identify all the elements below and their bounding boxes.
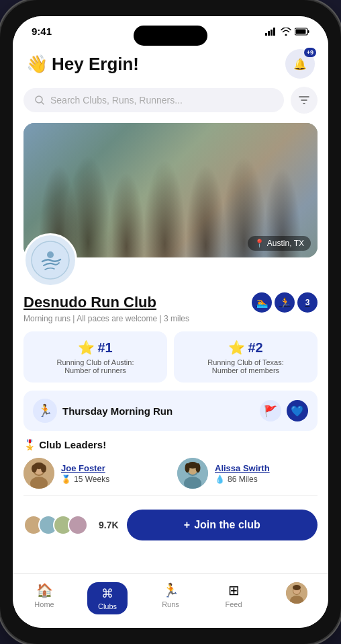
greeting: 👋 Hey Ergin!: [26, 54, 139, 75]
search-bar[interactable]: Search Clubs, Runs, Runners...: [23, 88, 284, 112]
leader-info-2: Alissa Swirth 💧 86 Miles: [215, 463, 270, 484]
flag-button[interactable]: 🚩: [260, 400, 281, 421]
header-section: 👋 Hey Ergin! 🔔 +9: [13, 42, 328, 87]
leader-stat-icon-1: 🏅: [61, 475, 71, 484]
notification-button[interactable]: 🔔 +9: [285, 49, 315, 79]
tab-home[interactable]: 🏠 Home: [13, 579, 76, 617]
phone-frame: 9:41: [0, 0, 341, 644]
filter-button[interactable]: [291, 87, 318, 114]
notification-icon: 🔔: [293, 58, 307, 71]
leader-info-1: Joe Foster 🏅 15 Weeks: [61, 463, 109, 484]
badge-rank-text-1: #1: [97, 340, 112, 356]
club-avatar-row: [23, 233, 318, 287]
tab-profile[interactable]: [265, 579, 328, 617]
home-icon: 🏠: [36, 582, 53, 598]
profile-icon: [286, 582, 307, 604]
tab-feed-label: Feed: [225, 600, 242, 608]
leaders-row: Joe Foster 🏅 15 Weeks: [23, 458, 318, 489]
club-avatar: [23, 233, 77, 287]
tab-clubs-label: Clubs: [98, 602, 117, 610]
badge-star-1: ⭐: [78, 339, 95, 356]
divider: [23, 495, 318, 496]
heart-icon: 💙: [291, 405, 304, 417]
greeting-text: Hey Ergin!: [52, 54, 139, 75]
badge-rank-text-2: #2: [248, 340, 262, 356]
heart-button[interactable]: 💙: [287, 400, 308, 421]
member-icon-swim: 🏊: [252, 292, 272, 313]
profile-avatar: [286, 582, 307, 604]
member-count-text: 9.7K: [99, 520, 119, 530]
leaders-title: 🎖️ Club Leaders!: [23, 439, 318, 451]
tab-clubs[interactable]: ⌘ Clubs: [76, 579, 139, 617]
tab-feed[interactable]: ⊞ Feed: [202, 579, 265, 617]
svg-rect-1: [268, 31, 270, 36]
feed-icon: ⊞: [228, 582, 240, 598]
svg-rect-6: [296, 29, 306, 34]
flag-icon: 🚩: [264, 405, 277, 417]
leader-stat-text-2: 86 Miles: [228, 475, 258, 484]
club-info: Desnudo Run Club 🏊 🏃 3 Morning runs | Al…: [13, 287, 328, 323]
scroll-content[interactable]: 👋 Hey Ergin! 🔔 +9 Search Clubs, Runs, Ru…: [13, 42, 328, 573]
club-name-text: Desnudo Run Club: [23, 294, 156, 311]
svg-point-27: [196, 463, 201, 473]
badges-row: ⭐ #1 Running Club of Austin:Number of ru…: [13, 323, 328, 391]
search-icon: [34, 95, 45, 106]
badge-rank-2: ⭐ #2: [228, 339, 262, 356]
notification-badge: +9: [304, 48, 316, 57]
tab-home-label: Home: [34, 600, 54, 608]
leader-stat-2: 💧 86 Miles: [215, 475, 270, 484]
tab-runs[interactable]: 🏃 Runs: [139, 579, 202, 617]
leaders-section: 🎖️ Club Leaders!: [13, 439, 328, 495]
event-card: 🏃 Thursday Morning Run 🚩 💙: [23, 391, 318, 431]
member-icon-run: 🏃: [275, 292, 295, 313]
badge-rank-1: ⭐ #1: [78, 339, 112, 356]
club-logo: [30, 240, 70, 280]
event-actions: 🚩 💙: [260, 400, 308, 421]
leader-card-1: Joe Foster 🏅 15 Weeks: [23, 458, 164, 489]
leader-avatar-1: [23, 458, 54, 489]
badge-star-2: ⭐: [228, 339, 245, 356]
tab-bar: 🏠 Home ⌘ Clubs 🏃 Runs ⊞ Feed: [13, 573, 328, 628]
svg-rect-2: [271, 30, 273, 36]
leader-avatar-2: [177, 458, 208, 489]
badge-card-2: ⭐ #2 Running Club of Texas:Number of mem…: [174, 331, 318, 383]
leader-stat-icon-2: 💧: [215, 475, 225, 484]
event-left: 🏃 Thursday Morning Run: [33, 399, 173, 423]
mini-avatar-4: [68, 515, 88, 535]
clubs-icon: ⌘: [101, 586, 113, 601]
svg-point-26: [185, 463, 190, 473]
tab-runs-label: Runs: [162, 600, 179, 608]
wifi-icon: [281, 28, 291, 36]
leader-card-2: Alissa Swirth 💧 86 Miles: [177, 458, 318, 489]
join-plus-icon: +: [184, 519, 190, 531]
svg-rect-3: [273, 28, 275, 36]
leader-stat-1: 🏅 15 Weeks: [61, 475, 109, 484]
svg-point-13: [47, 251, 54, 258]
filter-icon: [298, 95, 310, 105]
badge-label-2: Running Club of Texas:Number of members: [207, 358, 284, 374]
search-row: Search Clubs, Runs, Runners...: [13, 87, 328, 123]
club-subtitle: Morning runs | All paces are welcome | 3…: [23, 314, 318, 323]
phone-screen: 9:41: [13, 16, 328, 628]
club-member-icons: 🏊 🏃 3: [252, 292, 318, 313]
badge-card-1: ⭐ #1 Running Club of Austin:Number of ru…: [23, 331, 167, 383]
leader-face-2: [177, 458, 208, 489]
status-time: 9:41: [32, 26, 52, 37]
join-label: Join the club: [194, 519, 260, 531]
battery-icon: [295, 28, 309, 36]
club-name-row: Desnudo Run Club 🏊 🏃 3: [23, 292, 318, 313]
leaders-title-text: 🎖️ Club Leaders!: [23, 439, 106, 451]
member-count-circle: 3: [297, 292, 318, 313]
status-icons: [265, 28, 309, 36]
dynamic-island: [134, 26, 207, 46]
event-name: Thursday Morning Run: [62, 405, 173, 417]
svg-rect-5: [308, 30, 309, 33]
svg-point-20: [41, 465, 46, 473]
leader-face-1: [23, 458, 54, 489]
svg-line-8: [42, 102, 44, 104]
badge-label-1: Running Club of Austin:Number of runners: [57, 358, 134, 374]
join-club-button[interactable]: + Join the club: [127, 510, 318, 540]
runs-icon: 🏃: [162, 582, 179, 598]
leader-name-1: Joe Foster: [61, 463, 109, 473]
search-placeholder: Search Clubs, Runs, Runners...: [50, 95, 183, 106]
